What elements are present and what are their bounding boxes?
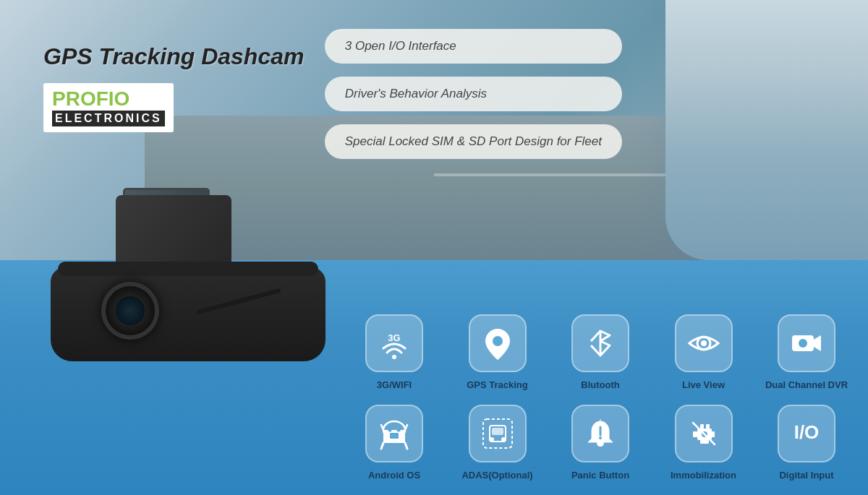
icon-label-live-view: Live View xyxy=(682,379,725,390)
icon-box-3g-wifi: 3G xyxy=(365,314,423,372)
logo-profio-text: PROFIO xyxy=(52,87,129,110)
feature-pill-3: Special Locked SIM & SD Port Design for … xyxy=(325,124,622,159)
icon-label-gps: GPS Tracking xyxy=(467,379,528,390)
svg-point-16 xyxy=(397,429,401,432)
icon-live-view: Live View xyxy=(664,314,744,390)
icon-label-panic: Panic Button xyxy=(571,470,629,481)
adas-icon xyxy=(480,416,516,452)
icon-label-adas: ADAS(Optional) xyxy=(461,470,532,481)
logo-electronics: ELECTRONICS xyxy=(52,111,165,126)
icon-label-3g-wifi: 3G/WIFI xyxy=(377,379,412,390)
svg-point-7 xyxy=(799,339,807,348)
cam-main-body xyxy=(51,267,326,361)
svg-line-12 xyxy=(405,443,407,449)
svg-point-2 xyxy=(493,336,503,346)
io-icon: I/O xyxy=(788,416,825,452)
icon-box-immobilization xyxy=(675,405,733,462)
svg-point-21 xyxy=(490,437,494,442)
page-title: GPS Tracking Dashcam xyxy=(43,43,304,70)
icon-label-digital-input: Digital Input xyxy=(779,470,833,481)
icon-label-dvr: Dual Channel DVR xyxy=(765,379,848,390)
icon-gps-tracking: GPS Tracking xyxy=(458,314,537,390)
icons-row-2: Android OS ADAS(Optional) xyxy=(354,405,846,481)
gps-icon xyxy=(480,325,516,361)
svg-point-24 xyxy=(599,436,602,439)
svg-rect-26 xyxy=(693,431,697,437)
cam-lens xyxy=(101,282,159,340)
icon-adas: ADAS(Optional) xyxy=(458,405,537,481)
svg-rect-20 xyxy=(492,428,503,435)
svg-rect-27 xyxy=(710,431,715,437)
icon-box-bluetooth xyxy=(571,314,629,372)
icon-immobilization: Immobilization xyxy=(664,405,744,481)
android-icon xyxy=(376,416,412,452)
engine-icon xyxy=(686,416,722,452)
logo-profio: PROFIO xyxy=(52,89,165,109)
camera-icon xyxy=(788,325,825,361)
svg-text:3G: 3G xyxy=(388,332,400,343)
icon-box-digital-input: I/O xyxy=(778,405,835,462)
cam-cable xyxy=(196,288,281,315)
svg-point-4 xyxy=(701,340,707,346)
3g-wifi-icon: 3G xyxy=(376,325,412,361)
svg-rect-30 xyxy=(700,440,709,444)
icon-label-android: Android OS xyxy=(368,470,420,481)
svg-marker-6 xyxy=(814,335,821,351)
svg-point-1 xyxy=(392,355,396,359)
svg-point-22 xyxy=(501,437,506,442)
svg-rect-29 xyxy=(706,424,710,429)
dashcam-body xyxy=(7,202,354,361)
icons-section: 3G 3G/WIFI GPS Tracking xyxy=(354,314,846,481)
features-list: 3 Open I/O Interface Driver's Behavior A… xyxy=(325,29,622,159)
icon-3g-wifi: 3G 3G/WIFI xyxy=(354,314,434,390)
logo-container: PROFIO ELECTRONICS xyxy=(43,83,174,132)
icon-label-bluetooth: Blutooth xyxy=(581,379,619,390)
svg-text:I/O: I/O xyxy=(794,421,820,443)
svg-rect-17 xyxy=(390,433,399,439)
icon-bluetooth: Blutooth xyxy=(561,314,640,390)
svg-line-14 xyxy=(405,425,407,430)
feature-pill-1: 3 Open I/O Interface xyxy=(325,29,622,64)
svg-line-11 xyxy=(381,443,383,449)
icon-box-dvr xyxy=(778,314,835,372)
panic-icon xyxy=(582,416,618,452)
icon-box-gps xyxy=(469,314,527,372)
svg-point-15 xyxy=(388,429,392,432)
icon-dual-channel-dvr: Dual Channel DVR xyxy=(767,314,846,390)
icon-box-panic xyxy=(571,405,629,462)
feature-pill-2: Driver's Behavior Analysis xyxy=(325,77,622,111)
icon-box-adas xyxy=(469,405,527,462)
icon-android-os: Android OS xyxy=(354,405,434,481)
svg-rect-28 xyxy=(700,424,704,429)
right-blur-overlay xyxy=(637,0,868,260)
icon-label-immobilization: Immobilization xyxy=(671,470,736,481)
icon-box-android xyxy=(365,405,423,462)
icon-box-live-view xyxy=(675,314,733,372)
icons-row-1: 3G 3G/WIFI GPS Tracking xyxy=(354,314,846,390)
icon-panic-button: Panic Button xyxy=(561,405,640,481)
icon-digital-input: I/O Digital Input xyxy=(767,405,846,481)
left-section: GPS Tracking Dashcam PROFIO ELECTRONICS xyxy=(43,43,304,132)
svg-rect-10 xyxy=(383,439,405,443)
svg-line-13 xyxy=(381,425,383,430)
eye-icon xyxy=(686,325,722,361)
bluetooth-icon xyxy=(582,325,618,361)
